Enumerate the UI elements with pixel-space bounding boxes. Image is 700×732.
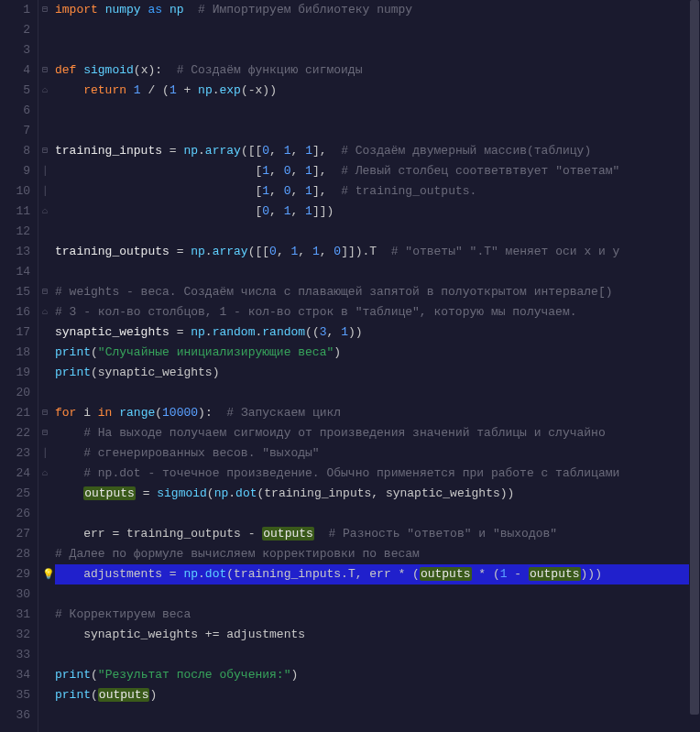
fold-marker[interactable]: ⌂	[38, 464, 51, 484]
token-mod: random	[262, 325, 305, 339]
token-pun: )	[290, 668, 298, 682]
code-line[interactable]: training_outputs = np.array([[0, 1, 1, 0…	[55, 242, 700, 262]
code-line[interactable]: 💡 adjustments = np.dot(training_inputs.T…	[55, 564, 700, 585]
fold-marker[interactable]: ⌂	[38, 81, 51, 101]
fold-marker	[38, 383, 51, 403]
line-number: 6	[0, 101, 30, 121]
code-line[interactable]: print("Случайные инициализирующие веса")	[55, 343, 700, 363]
fold-marker	[38, 544, 51, 564]
code-line[interactable]: outputs = sigmoid(np.dot(training_inputs…	[55, 484, 700, 504]
token-pun: (training_inputs.T, err * (	[226, 567, 420, 581]
token-mod: array	[205, 144, 241, 158]
code-line[interactable]	[55, 20, 700, 40]
token-mod: np	[170, 3, 184, 16]
code-line[interactable]: # Далее по формуле вычисляем корректиров…	[55, 544, 700, 564]
token-mod: print	[55, 668, 91, 682]
token-pun: +	[177, 83, 198, 97]
token-mod: numpy	[105, 3, 141, 16]
code-line[interactable]: print(synaptic_weights)	[55, 363, 700, 383]
code-line[interactable]: # На выходе получаем сигмоиду от произве…	[55, 423, 700, 443]
token-cmt: # Корректируем веса	[55, 607, 191, 621]
line-number-gutter[interactable]: 1234567891011121314151617181920212223242…	[0, 0, 38, 732]
code-line[interactable]: print("Результат после обучения:")	[55, 665, 700, 685]
token-mod: dot	[235, 486, 257, 500]
token-pun: ):	[198, 406, 226, 420]
line-number: 17	[0, 322, 30, 343]
fold-marker[interactable]: ⊟	[38, 141, 51, 161]
code-line[interactable]: synaptic_weights += adjustments	[55, 625, 700, 645]
fold-marker[interactable]: ⊟	[38, 403, 51, 423]
token-mod: np	[198, 83, 213, 97]
token-pun	[126, 83, 134, 97]
code-line[interactable]	[55, 504, 700, 524]
code-line[interactable]: [1, 0, 1], # Левый столбец соответвтвует…	[55, 161, 700, 181]
token-pun: ,	[290, 164, 305, 178]
code-area[interactable]: import numpy as np # Импортируем библиот…	[51, 0, 700, 732]
token-pun: ,	[291, 144, 306, 158]
token-pun	[55, 83, 83, 97]
token-pun: =	[170, 325, 191, 339]
line-number: 8	[0, 141, 30, 161]
token-mod: np	[183, 144, 198, 158]
code-line[interactable]	[55, 585, 700, 605]
code-line[interactable]: synaptic_weights = np.random.random((3, …	[55, 322, 700, 343]
code-line[interactable]	[55, 383, 700, 403]
code-line[interactable]	[55, 262, 700, 282]
token-pun: i	[76, 406, 97, 420]
token-mod: print	[55, 345, 91, 359]
code-line[interactable]: # сгенерированных весов. "выходы"	[55, 443, 700, 464]
token-pun: )	[149, 688, 157, 702]
fold-marker[interactable]: │	[38, 181, 51, 202]
code-editor: 1234567891011121314151617181920212223242…	[0, 0, 700, 732]
code-line[interactable]: # np.dot - точечное произведение. Обычно…	[55, 464, 700, 484]
lightbulb-icon[interactable]: 💡	[42, 564, 55, 585]
code-line[interactable]: [0, 1, 1]])	[55, 202, 700, 222]
fold-marker[interactable]: ⊟	[38, 60, 51, 81]
scrollbar-thumb[interactable]	[690, 0, 699, 715]
code-line[interactable]	[55, 222, 700, 242]
token-mod: dot	[205, 567, 226, 581]
line-number: 7	[0, 121, 30, 141]
token-pun: (-x))	[241, 83, 277, 97]
fold-marker[interactable]: │	[38, 161, 51, 181]
code-line[interactable]	[55, 705, 700, 726]
fold-marker	[38, 101, 51, 121]
code-line[interactable]: import numpy as np # Импортируем библиот…	[55, 0, 700, 20]
fold-marker	[38, 222, 51, 242]
code-line[interactable]: # 3 - кол-во столбцов, 1 - кол-во строк …	[55, 302, 700, 322]
token-pun: ,	[290, 184, 305, 198]
code-line[interactable]: print(outputs)	[55, 685, 700, 705]
code-line[interactable]: err = training_outputs - outputs # Разно…	[55, 524, 700, 544]
code-line[interactable]	[55, 645, 700, 665]
token-mod: print	[55, 688, 91, 702]
fold-marker[interactable]: ⌂	[38, 302, 51, 322]
code-line[interactable]	[55, 121, 700, 141]
line-number: 3	[0, 40, 30, 60]
vertical-scrollbar[interactable]	[689, 0, 700, 732]
code-line[interactable]: for i in range(10000): # Запускаем цикл	[55, 403, 700, 423]
line-number: 31	[0, 605, 30, 625]
fold-marker[interactable]: ⊟	[38, 0, 51, 20]
line-number: 2	[0, 20, 30, 40]
fold-marker[interactable]: ⊟	[38, 282, 51, 302]
code-line[interactable]: # Корректируем веса	[55, 605, 700, 625]
token-num: 1	[305, 144, 312, 158]
fold-column[interactable]: ⊟⊟⌂⊟││⌂⊟⌂⊟⊟│⌂	[38, 0, 51, 732]
fold-marker	[38, 262, 51, 282]
fold-marker[interactable]: ⊟	[38, 423, 51, 443]
code-line[interactable]: # weights - веса. Создаём числа с плаваю…	[55, 282, 700, 302]
code-line[interactable]	[55, 40, 700, 60]
fold-marker[interactable]: ⌂	[38, 202, 51, 222]
fold-marker	[38, 40, 51, 60]
line-number: 13	[0, 242, 30, 262]
code-line[interactable]	[55, 101, 700, 121]
code-line[interactable]: training_inputs = np.array([[0, 1, 1], #…	[55, 141, 700, 161]
token-pun	[55, 486, 83, 500]
token-pun: )))	[581, 567, 602, 581]
code-line[interactable]: [1, 0, 1], # training_outputs.	[55, 181, 700, 202]
fold-marker[interactable]: │	[38, 443, 51, 464]
code-line[interactable]: def sigmoid(x): # Создаём функцию сигмои…	[55, 60, 700, 81]
token-pun: ,	[277, 245, 291, 258]
code-line[interactable]: return 1 / (1 + np.exp(-x))	[55, 81, 700, 101]
token-pun: ,	[269, 204, 284, 218]
